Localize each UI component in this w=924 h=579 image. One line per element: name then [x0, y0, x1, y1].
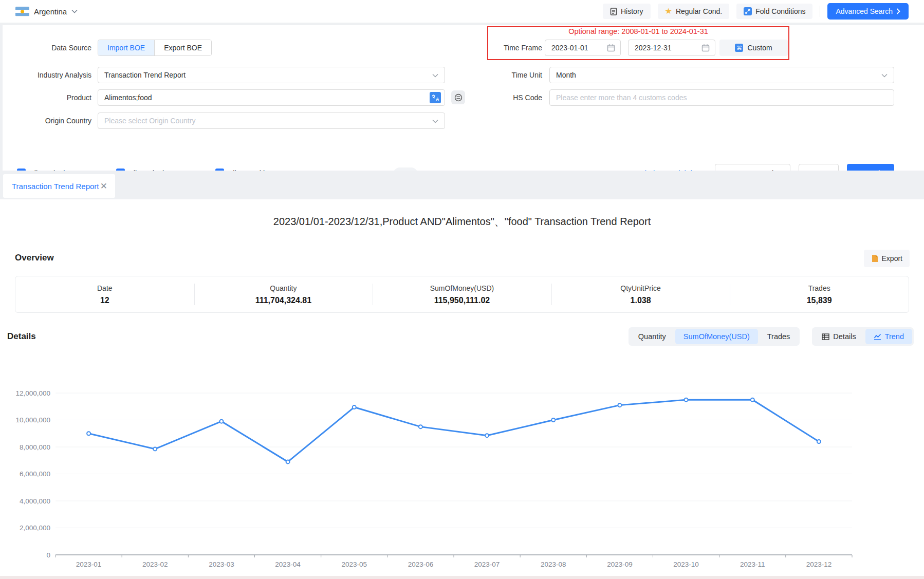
chevron-down-icon: [71, 9, 78, 13]
industry-analysis-select[interactable]: Transaction Trend Report: [98, 67, 445, 83]
time-frame-label: Time Frame: [455, 40, 542, 56]
end-date-value: 2023-12-31: [635, 44, 672, 52]
origin-country-select[interactable]: Please select Origin Country: [98, 113, 445, 129]
stat-label: Quantity: [270, 284, 297, 292]
export-label: Export: [882, 254, 902, 263]
start-date-value: 2023-01-01: [551, 44, 588, 52]
trend-chart-svg[interactable]: 12,000,00010,000,0008,000,0006,000,0004,…: [0, 369, 924, 576]
chevron-right-icon: [896, 8, 900, 14]
tab-label: Transaction Trend Report: [12, 182, 99, 191]
fold-icon: [744, 7, 752, 15]
advanced-search-button[interactable]: Advanced Search: [827, 3, 909, 20]
custom-label: Custom: [747, 44, 772, 52]
view-toggle: Details Trend: [812, 327, 914, 346]
data-source-label: Data Source: [0, 40, 91, 56]
svg-text:2023-02: 2023-02: [142, 561, 168, 568]
history-icon: [610, 8, 617, 15]
optional-range-text: Optional range: 2008-01-01 to 2024-01-31: [487, 27, 789, 35]
svg-text:10,000,000: 10,000,000: [15, 416, 50, 424]
topbar-actions: History ★ Regular Cond. Fold Conditions: [603, 3, 909, 20]
stat-label: Trades: [808, 284, 830, 292]
stat-label: SumOfMoney(USD): [430, 284, 494, 292]
details-heading: Details: [7, 331, 36, 342]
export-button[interactable]: Export: [864, 250, 910, 267]
tab-transaction-trend-report[interactable]: Transaction Trend Report ✕: [3, 174, 115, 198]
translate-icon[interactable]: A: [430, 92, 441, 103]
stat-value: 1.038: [631, 296, 651, 305]
custom-time-button[interactable]: ⌘ Custom: [719, 40, 788, 56]
import-boe-option[interactable]: Import BOE: [98, 40, 154, 55]
svg-text:2023-12: 2023-12: [806, 561, 832, 568]
svg-text:2,000,000: 2,000,000: [20, 524, 50, 532]
svg-text:2023-01: 2023-01: [76, 561, 102, 568]
svg-text:2023-08: 2023-08: [541, 561, 566, 568]
start-date-input[interactable]: 2023-01-01: [545, 40, 621, 56]
tab-strip: Transaction Trend Report ✕: [0, 171, 924, 199]
svg-text:2023-09: 2023-09: [607, 561, 633, 568]
bottom-edge-strip: [0, 576, 924, 579]
svg-text:2023-04: 2023-04: [275, 561, 301, 568]
svg-text:12,000,000: 12,000,000: [15, 389, 50, 397]
topbar-divider: [820, 6, 820, 17]
calendar-icon: [607, 44, 615, 52]
time-unit-value: Month: [556, 71, 576, 79]
stat-label: QtyUnitPrice: [620, 284, 661, 292]
industry-analysis-value: Transaction Trend Report: [104, 71, 186, 79]
svg-text:2023-06: 2023-06: [408, 561, 434, 568]
search-form: Data Source Import BOE Export BOE Option…: [0, 25, 924, 171]
stat-value: 111,704,324.81: [255, 296, 311, 305]
metric-quantity-button[interactable]: Quantity: [630, 329, 674, 344]
close-icon[interactable]: ✕: [100, 182, 107, 191]
star-icon: ★: [665, 7, 672, 15]
stat-value: 15,839: [807, 296, 832, 305]
stat-sum-of-money: SumOfMoney(USD) 115,950,111.02: [373, 276, 551, 312]
custom-icon: ⌘: [735, 44, 743, 52]
time-unit-label: Time Unit: [455, 67, 542, 83]
fold-conditions-button[interactable]: Fold Conditions: [736, 4, 812, 19]
svg-text:6,000,000: 6,000,000: [20, 470, 50, 478]
overview-heading: Overview: [15, 253, 54, 263]
metric-trades-button[interactable]: Trades: [759, 329, 799, 344]
industry-analysis-label: Industry Analysis: [0, 67, 91, 83]
calendar-icon: [701, 44, 710, 52]
origin-country-placeholder: Please select Origin Country: [104, 117, 195, 125]
view-details-button[interactable]: Details: [814, 329, 864, 344]
metric-sum-of-money-button[interactable]: SumOfMoney(USD): [675, 329, 758, 344]
stat-label: Date: [97, 284, 113, 292]
chevron-down-icon: [432, 119, 438, 123]
stat-value: 115,950,111.02: [434, 296, 490, 305]
end-date-input[interactable]: 2023-12-31: [628, 40, 715, 56]
svg-text:2023-11: 2023-11: [740, 561, 765, 568]
argentina-flag-icon: [15, 7, 29, 16]
svg-text:2023-10: 2023-10: [673, 561, 699, 568]
product-input[interactable]: [98, 89, 445, 106]
line-chart-icon: [874, 333, 881, 340]
product-label: Product: [0, 89, 91, 106]
svg-text:2023-05: 2023-05: [341, 561, 367, 568]
view-details-label: Details: [833, 332, 856, 341]
overview-stats-card: Date 12 Quantity 111,704,324.81 SumOfMon…: [15, 276, 909, 313]
metric-toggle: Quantity SumOfMoney(USD) Trades: [629, 327, 800, 346]
view-trend-label: Trend: [885, 332, 904, 341]
details-toggles: Quantity SumOfMoney(USD) Trades Details: [629, 327, 914, 346]
stat-quantity: Quantity 111,704,324.81: [194, 276, 373, 312]
history-button[interactable]: History: [603, 4, 651, 19]
export-boe-option[interactable]: Export BOE: [154, 40, 211, 55]
hs-code-label: HS Code: [455, 89, 542, 106]
stat-date: Date 12: [15, 276, 194, 312]
trend-chart: 12,000,00010,000,0008,000,0006,000,0004,…: [0, 369, 924, 576]
chevron-down-icon: [881, 73, 888, 78]
svg-text:8,000,000: 8,000,000: [20, 443, 50, 451]
country-selector[interactable]: Argentina: [15, 7, 78, 16]
topbar: Argentina History ★ Regular Cond.: [0, 0, 924, 23]
report-title: 2023/01/01-2023/12/31,Product AND"Alimen…: [0, 215, 924, 229]
regular-conditions-button[interactable]: ★ Regular Cond.: [658, 4, 730, 19]
advanced-search-label: Advanced Search: [836, 7, 893, 15]
origin-country-label: Origin Country: [0, 113, 91, 129]
stat-qty-unit-price: QtyUnitPrice 1.038: [551, 276, 730, 312]
time-unit-select[interactable]: Month: [549, 67, 894, 83]
stat-value: 12: [100, 296, 109, 305]
hs-code-input[interactable]: [549, 89, 894, 106]
svg-text:2023-03: 2023-03: [209, 561, 234, 568]
view-trend-button[interactable]: Trend: [865, 329, 912, 344]
